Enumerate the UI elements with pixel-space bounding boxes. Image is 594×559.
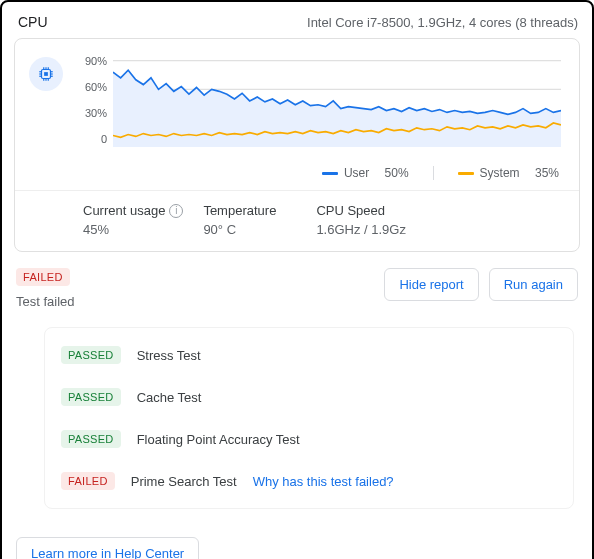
cpu-spec: Intel Core i7-8500, 1.9GHz, 4 cores (8 t… — [307, 15, 578, 30]
footer: Learn more in Help Center — [2, 523, 592, 559]
tests-section: FAILED Test failed Hide report Run again… — [2, 252, 592, 523]
metrics-row: Current usage i 45% Temperature 90° C CP… — [15, 190, 579, 251]
run-again-button[interactable]: Run again — [489, 268, 578, 301]
metric-value: 1.6GHz / 1.9Gz — [316, 222, 406, 237]
metric-current-usage: Current usage i 45% — [15, 203, 203, 237]
ytick: 0 — [73, 133, 107, 145]
ytick: 30% — [73, 107, 107, 119]
status-badge: PASSED — [61, 388, 121, 406]
panel-title: CPU — [18, 14, 48, 30]
chart-y-ticks: 90% 60% 30% 0 — [73, 55, 113, 145]
chart-legend: User 50% System 35% — [15, 158, 579, 190]
swatch-icon — [458, 172, 474, 175]
test-row: FAILEDPrime Search TestWhy has this test… — [45, 460, 573, 502]
usage-chart — [113, 51, 561, 150]
test-name: Floating Point Accuracy Test — [137, 432, 300, 447]
info-icon[interactable]: i — [169, 204, 183, 218]
legend-user-value: 50% — [385, 166, 409, 180]
test-row: PASSEDCache Test — [45, 376, 573, 418]
cpu-icon — [29, 57, 63, 91]
svg-rect-1 — [44, 72, 48, 76]
tests-actions: Hide report Run again — [384, 268, 578, 301]
overall-status-badge: FAILED — [16, 268, 70, 286]
metric-label: CPU Speed — [316, 203, 406, 218]
overall-status-text: Test failed — [16, 294, 75, 309]
cpu-panel: CPU Intel Core i7-8500, 1.9GHz, 4 cores … — [0, 0, 594, 559]
test-row: PASSEDFloating Point Accuracy Test — [45, 418, 573, 460]
why-failed-link[interactable]: Why has this test failed? — [253, 474, 394, 489]
legend-user: User 50% — [322, 166, 409, 180]
ytick: 60% — [73, 81, 107, 93]
legend-divider — [433, 166, 434, 180]
help-center-button[interactable]: Learn more in Help Center — [16, 537, 199, 559]
cpu-card: 90% 60% 30% 0 User 50% System 35% — [14, 38, 580, 252]
metric-value: 90° C — [203, 222, 276, 237]
legend-user-label: User — [344, 166, 369, 180]
test-name: Stress Test — [137, 348, 201, 363]
test-list: PASSEDStress TestPASSEDCache TestPASSEDF… — [44, 327, 574, 509]
test-name: Cache Test — [137, 390, 202, 405]
tests-header: FAILED Test failed Hide report Run again — [16, 268, 578, 309]
metric-cpu-speed: CPU Speed 1.6GHz / 1.9Gz — [316, 203, 446, 237]
legend-system-label: System — [480, 166, 520, 180]
swatch-icon — [322, 172, 338, 175]
metric-label: Current usage — [83, 203, 165, 218]
panel-header: CPU Intel Core i7-8500, 1.9GHz, 4 cores … — [2, 8, 592, 38]
status-badge: PASSED — [61, 430, 121, 448]
legend-system: System 35% — [458, 166, 559, 180]
hide-report-button[interactable]: Hide report — [384, 268, 478, 301]
chip-icon — [37, 65, 55, 83]
metric-temperature: Temperature 90° C — [203, 203, 316, 237]
test-row: PASSEDStress Test — [45, 334, 573, 376]
status-badge: FAILED — [61, 472, 115, 490]
legend-system-value: 35% — [535, 166, 559, 180]
metric-value: 45% — [83, 222, 183, 237]
ytick: 90% — [73, 55, 107, 67]
status-badge: PASSED — [61, 346, 121, 364]
test-name: Prime Search Test — [131, 474, 237, 489]
metric-label: Temperature — [203, 203, 276, 218]
chart-section: 90% 60% 30% 0 — [15, 39, 579, 158]
